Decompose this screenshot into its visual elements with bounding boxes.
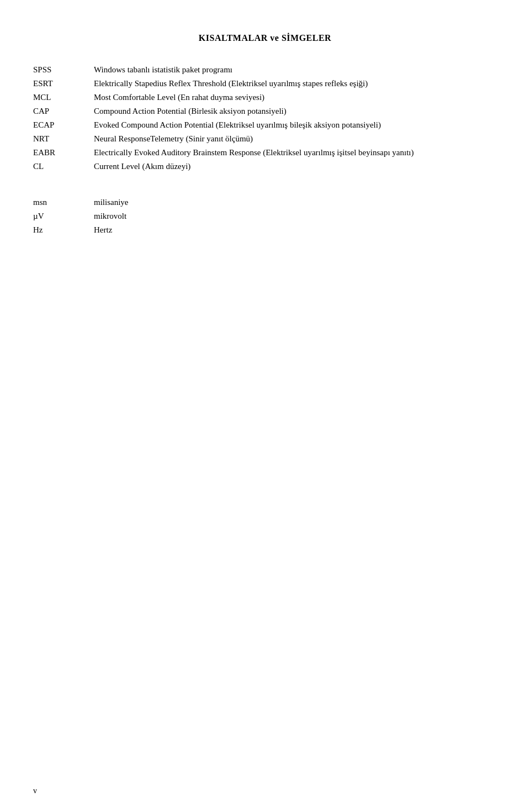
abbreviation-term: NRT bbox=[33, 132, 94, 146]
abbreviations-table: SPSS Windows tabanlı istatistik paket pr… bbox=[33, 63, 497, 173]
abbreviation-definition: Elektrically Stapedius Reflex Threshold … bbox=[94, 77, 497, 91]
table-row: ECAP Evoked Compound Action Potential (E… bbox=[33, 118, 497, 132]
symbols-table: msn milisaniye µV mikrovolt Hz Hertz bbox=[33, 196, 497, 237]
symbol-definition: mikrovolt bbox=[94, 209, 497, 223]
table-row: SPSS Windows tabanlı istatistik paket pr… bbox=[33, 63, 497, 77]
abbreviation-definition: Most Comfortable Level (En rahat duyma s… bbox=[94, 91, 497, 104]
abbreviation-term: MCL bbox=[33, 91, 94, 104]
table-row: CAP Compound Action Potential (Birlesik … bbox=[33, 104, 497, 118]
abbreviation-definition: Neural ResponseTelemetry (Sinir yanıt öl… bbox=[94, 132, 497, 146]
symbol-term: Hz bbox=[33, 223, 94, 237]
table-row: ESRT Elektrically Stapedius Reflex Thres… bbox=[33, 77, 497, 91]
table-row: MCL Most Comfortable Level (En rahat duy… bbox=[33, 91, 497, 104]
abbreviation-term: ECAP bbox=[33, 118, 94, 132]
table-row: µV mikrovolt bbox=[33, 209, 497, 223]
abbreviation-definition: Windows tabanlı istatistik paket program… bbox=[94, 63, 497, 77]
abbreviation-definition: Current Level (Akım düzeyi) bbox=[94, 160, 497, 173]
table-row: CL Current Level (Akım düzeyi) bbox=[33, 160, 497, 173]
table-row: NRT Neural ResponseTelemetry (Sinir yanı… bbox=[33, 132, 497, 146]
abbreviation-term: CAP bbox=[33, 104, 94, 118]
symbol-term: msn bbox=[33, 196, 94, 209]
table-row: msn milisaniye bbox=[33, 196, 497, 209]
table-row: Hz Hertz bbox=[33, 223, 497, 237]
abbreviation-definition: Compound Action Potential (Birlesik aksi… bbox=[94, 104, 497, 118]
table-row: EABR Electrically Evoked Auditory Brains… bbox=[33, 146, 497, 160]
symbol-definition: Hertz bbox=[94, 223, 497, 237]
abbreviation-term: SPSS bbox=[33, 63, 94, 77]
page-title: KISALTMALAR ve SİMGELER bbox=[33, 33, 497, 43]
symbol-term: µV bbox=[33, 209, 94, 223]
abbreviation-term: CL bbox=[33, 160, 94, 173]
abbreviation-definition: Evoked Compound Action Potential (Elektr… bbox=[94, 118, 497, 132]
symbol-definition: milisaniye bbox=[94, 196, 497, 209]
abbreviation-term: EABR bbox=[33, 146, 94, 160]
abbreviation-term: ESRT bbox=[33, 77, 94, 91]
page-number: v bbox=[33, 787, 37, 795]
abbreviation-definition: Electrically Evoked Auditory Brainstem R… bbox=[94, 146, 497, 160]
